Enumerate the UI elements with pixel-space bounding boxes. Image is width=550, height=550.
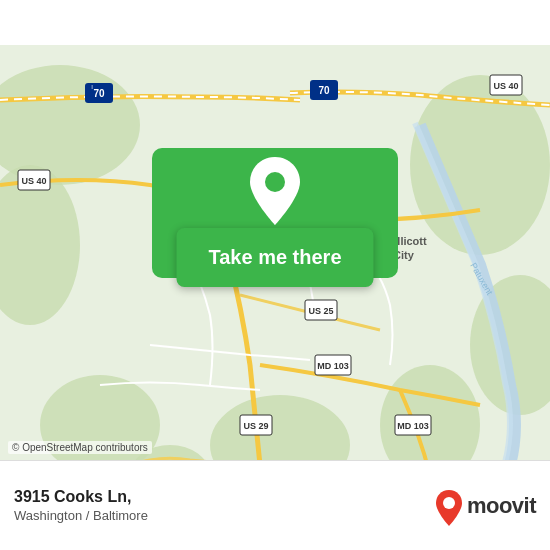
- map-container: Patuxent 70 I 70 U: [0, 0, 550, 550]
- svg-text:US 29: US 29: [243, 421, 268, 431]
- address-block: 3915 Cooks Ln, Washington / Baltimore: [14, 488, 148, 523]
- svg-point-35: [443, 497, 455, 509]
- region-text: Washington / Baltimore: [14, 508, 148, 523]
- svg-point-34: [265, 172, 285, 192]
- svg-text:US 25: US 25: [308, 306, 333, 316]
- moovit-logo-icon: [435, 489, 463, 523]
- svg-text:US 40: US 40: [21, 176, 46, 186]
- svg-text:MD 103: MD 103: [317, 361, 349, 371]
- svg-text:70: 70: [93, 88, 105, 99]
- svg-text:MD 103: MD 103: [397, 421, 429, 431]
- svg-text:US 40: US 40: [493, 81, 518, 91]
- svg-text:70: 70: [318, 85, 330, 96]
- location-pin-icon: [245, 155, 305, 227]
- map-attribution: © OpenStreetMap contributors: [8, 441, 152, 454]
- moovit-logo: moovit: [435, 489, 536, 523]
- bottom-bar: 3915 Cooks Ln, Washington / Baltimore mo…: [0, 460, 550, 550]
- address-text: 3915 Cooks Ln,: [14, 488, 148, 506]
- take-me-there-button[interactable]: Take me there: [176, 228, 373, 287]
- moovit-brand-text: moovit: [467, 493, 536, 519]
